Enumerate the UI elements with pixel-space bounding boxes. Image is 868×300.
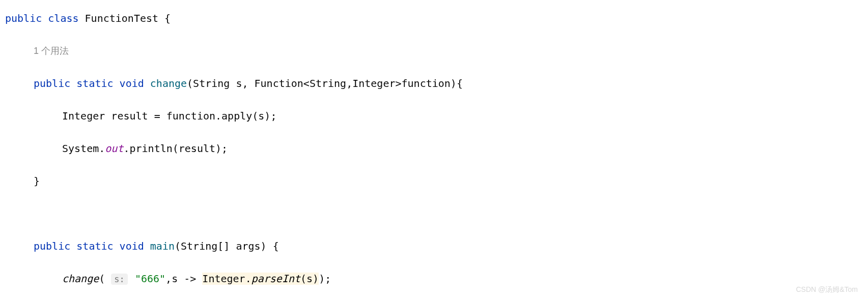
code-line-1[interactable]: public class FunctionTest { xyxy=(5,10,863,26)
keyword-public: public xyxy=(34,77,70,89)
parseint-arg: (s) xyxy=(300,273,319,285)
inlay-hint-s[interactable]: s: xyxy=(111,274,127,285)
highlighted-expr: Integer.parseInt(s) xyxy=(202,273,319,285)
keyword-public: public xyxy=(5,12,42,24)
paren-open: ( xyxy=(187,77,193,89)
keyword-class: class xyxy=(48,12,78,24)
line5-rest: .println(result); xyxy=(123,142,228,155)
keyword-static: static xyxy=(76,77,113,89)
watermark: CSDN @汤姆&Tom xyxy=(796,284,858,295)
method-main: main xyxy=(150,240,175,252)
blank-line[interactable] xyxy=(5,205,863,222)
code-line-5[interactable]: System.out.println(result); xyxy=(5,140,863,157)
type-integer: Integer xyxy=(62,110,105,122)
keyword-public: public xyxy=(34,240,70,252)
keyword-void: void xyxy=(120,77,144,89)
system: System. xyxy=(62,142,105,155)
param-type-function: Function xyxy=(255,77,303,89)
method-change: change xyxy=(150,77,187,89)
code-line-4[interactable]: Integer result = function.apply(s); xyxy=(5,108,863,124)
code-line-6[interactable]: } xyxy=(5,173,863,189)
usage-hint[interactable]: 1 个用法 xyxy=(5,43,863,59)
code-editor[interactable]: public class FunctionTest { 1 个用法 public… xyxy=(5,10,863,300)
param-name-s: s, xyxy=(230,77,254,89)
code-line-8[interactable]: public static void main(String[] args) { xyxy=(5,238,863,254)
keyword-void: void xyxy=(120,240,144,252)
code-line-3[interactable]: public static void change(String s, Func… xyxy=(5,75,863,92)
param-type-string: String xyxy=(181,240,217,252)
brace-close: } xyxy=(34,175,40,187)
string-literal: "666" xyxy=(135,273,165,285)
paren-close: ) { xyxy=(261,240,279,252)
brace-open: { xyxy=(158,12,171,24)
integer-class: Integer. xyxy=(202,273,251,285)
line4-rest: result = function.apply(s); xyxy=(105,110,276,122)
code-line-9[interactable]: change( s: "666",s -> Integer.parseInt(s… xyxy=(5,271,863,287)
paren-close: ){ xyxy=(451,77,463,89)
param-name-function: function xyxy=(402,77,451,89)
generics: <String,Integer> xyxy=(303,77,402,89)
param-type-string: String xyxy=(193,77,230,89)
keyword-static: static xyxy=(76,240,113,252)
method-parseint: parseInt xyxy=(251,273,300,285)
param-args: [] args xyxy=(217,240,260,252)
field-out: out xyxy=(105,142,123,155)
comma-lambda: ,s -> xyxy=(165,273,202,285)
class-name: FunctionTest xyxy=(85,12,159,24)
paren-open: ( xyxy=(99,273,111,285)
paren-open: ( xyxy=(175,240,181,252)
paren-close: ); xyxy=(319,273,331,285)
call-change: change xyxy=(62,273,99,285)
